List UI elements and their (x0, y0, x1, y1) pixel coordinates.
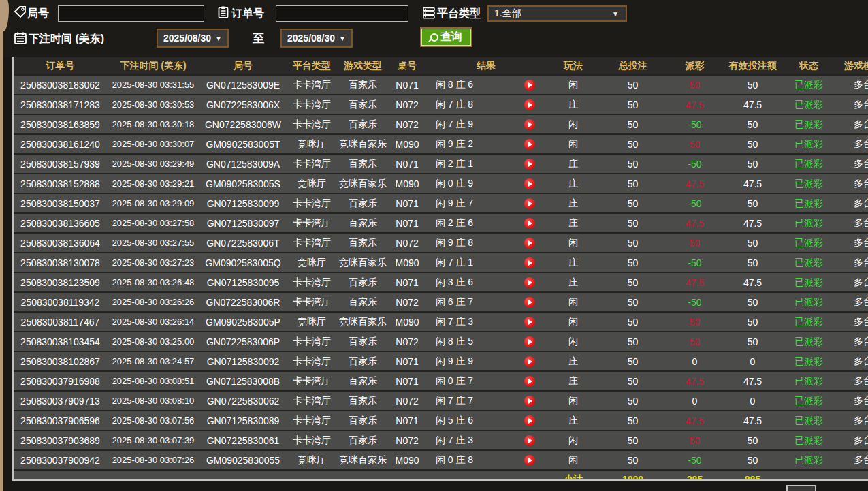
cell-game-no: GM0902583005T (199, 134, 287, 154)
cell-game-no: GN07225830061 (199, 430, 287, 450)
date-range-to-label: 至 (253, 31, 264, 46)
play-video-icon[interactable] (524, 80, 535, 91)
play-video-icon[interactable] (524, 139, 535, 150)
cell-game-no: GN0722583006P (199, 332, 287, 351)
cell-payout: 50 (666, 430, 724, 450)
col-header-game-no: 局号 (199, 57, 287, 75)
play-video-icon[interactable] (524, 238, 535, 249)
cell-valid-bet: 50 (724, 193, 782, 213)
cell-game-type: 百家乐 (337, 430, 389, 450)
cell-platform: 卡卡湾厅 (287, 193, 337, 213)
result-text: 闲 9 庄 7 (425, 197, 483, 210)
cell-result: 闲 2 庄 6 (425, 213, 547, 233)
cell-order-id: 250830037909713 (14, 391, 107, 411)
cell-result: 闲 0 庄 7 (425, 371, 547, 391)
cell-empty (14, 470, 547, 481)
play-video-icon[interactable] (524, 336, 535, 347)
cell-total-bet: 50 (600, 95, 666, 114)
cell-payout: -50 (666, 450, 724, 470)
table-row: 2508300381300782025-08-30 03:27:23GM0902… (14, 253, 868, 272)
game-no-input[interactable] (58, 5, 204, 22)
cell-play: 闲 (547, 75, 600, 95)
play-video-icon[interactable] (524, 396, 535, 407)
cell-payout: -50 (666, 114, 724, 134)
play-video-icon[interactable] (524, 218, 535, 229)
play-video-icon[interactable] (524, 277, 535, 288)
cell-valid-bet: 50 (724, 233, 782, 253)
cell-result: 闲 6 庄 7 (425, 292, 547, 312)
cell-table-no: N072 (389, 292, 425, 312)
cell-order-id: 250830038163859 (14, 114, 107, 134)
cell-play: 庄 (547, 411, 600, 430)
play-video-icon[interactable] (524, 376, 535, 387)
play-video-icon[interactable] (524, 99, 535, 110)
play-video-icon[interactable] (524, 119, 535, 130)
cell-bet-time: 2025-08-30 03:25:00 (107, 332, 199, 351)
result-text: 闲 2 庄 1 (425, 158, 483, 170)
cell-total-bet: 50 (600, 233, 666, 253)
chevron-down-icon: ▼ (612, 10, 619, 18)
cell-game-no: GN0722583006X (199, 95, 287, 114)
bet-time-label: 下注时间 (美东) (29, 32, 104, 46)
cell-empty (782, 470, 836, 481)
play-video-icon[interactable] (524, 159, 535, 170)
cell-platform: 卡卡湾厅 (287, 114, 337, 134)
cell-bet-time: 2025-08-30 03:24:57 (107, 351, 199, 371)
pager-button-partial[interactable] (786, 485, 816, 491)
col-header-table-no: 桌号 (389, 57, 425, 75)
cell-game-type: 百家乐 (337, 411, 389, 430)
play-video-icon[interactable] (524, 257, 535, 268)
play-video-icon[interactable] (524, 435, 535, 446)
filter-bar: 局号 订单号 平台类型 1.全部 ▼ 下注时间 (美东) 2025/08/30 … (0, 0, 868, 57)
cell-valid-bet: 47.5 (724, 272, 782, 292)
cell-table-no: N072 (389, 332, 425, 351)
cell-play: 闲 (547, 332, 600, 351)
table-header: 订单号 下注时间 (美东) 局号 平台类型 游戏类型 桌号 结果 玩法 总投注 … (14, 57, 868, 75)
cell-play: 庄 (547, 154, 600, 174)
cell-game-no: GN07125830095 (199, 272, 287, 292)
play-video-icon[interactable] (524, 198, 535, 209)
cell-status: 已派彩 (782, 292, 836, 312)
cell-order-id: 250830038123509 (14, 272, 107, 292)
cell-total-bet: 50 (600, 312, 666, 332)
table-row: 2508300379009422025-08-30 03:07:26GM0902… (14, 450, 868, 470)
cell-platform: 竞咪厅 (287, 174, 337, 193)
cell-game-no: GM0902583005Q (199, 253, 287, 272)
cell-table-no: N071 (389, 351, 425, 371)
search-icon (430, 33, 438, 42)
play-video-icon[interactable] (524, 356, 535, 367)
chevron-down-icon: ▼ (215, 35, 222, 42)
play-video-icon[interactable] (524, 178, 535, 189)
play-video-icon[interactable] (524, 317, 535, 328)
cell-order-id: 250830038103454 (14, 332, 107, 351)
date-to-value: 2025/08/30 (287, 33, 335, 44)
result-text: 闲 0 庄 9 (425, 178, 483, 190)
cell-result: 闲 7 庄 3 (425, 430, 547, 450)
result-text: 闲 7 庄 9 (425, 118, 483, 131)
cell-game-type: 百家乐 (337, 272, 389, 292)
cell-game-no: GN0712583008B (199, 371, 287, 391)
play-video-icon[interactable] (524, 297, 535, 308)
cell-result: 闲 7 庄 7 (425, 391, 547, 411)
play-video-icon[interactable] (524, 415, 535, 426)
query-button[interactable]: 查询 (420, 27, 472, 47)
cell-play: 庄 (547, 213, 600, 233)
play-video-icon[interactable] (524, 455, 535, 466)
cell-order-id: 250830038102867 (14, 351, 107, 371)
cell-payout: 47.5 (666, 95, 724, 114)
cell-result: 闲 7 庄 3 (425, 312, 547, 332)
cell-valid-bet: 50 (724, 312, 782, 332)
platform-type-select[interactable]: 1.全部 ▼ (487, 5, 627, 22)
cell-table-no: N071 (389, 154, 425, 174)
date-to-picker[interactable]: 2025/08/30 ▼ (280, 29, 353, 48)
cell-status: 已派彩 (782, 430, 836, 450)
cell-table-no: N071 (389, 272, 425, 292)
cell-payout: 47.5 (666, 174, 724, 193)
cell-game-mode: 多台 (836, 114, 868, 134)
cell-status: 已派彩 (782, 213, 836, 233)
cell-valid-bet: 50 (724, 450, 782, 470)
order-no-input[interactable] (276, 5, 408, 22)
cell-game-type: 百家乐 (337, 75, 389, 95)
result-text: 闲 7 庄 3 (425, 316, 483, 328)
date-from-picker[interactable]: 2025/08/30 ▼ (157, 29, 229, 48)
